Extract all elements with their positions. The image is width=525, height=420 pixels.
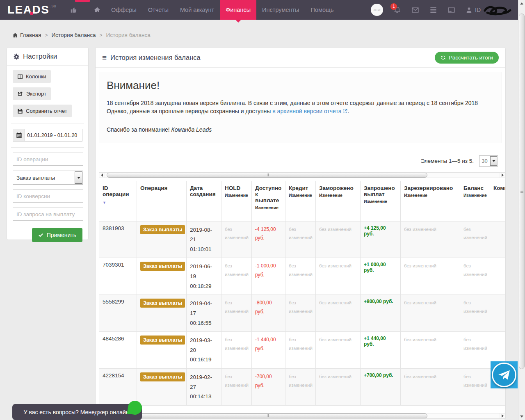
panel-header: ≡ История изменения баланса Рассчитать и… bbox=[96, 48, 505, 68]
column-header-reserved: ЗарезервированоИзменение bbox=[401, 181, 460, 221]
sort-desc-icon: ▼ bbox=[103, 201, 133, 205]
pagination-summary: Элементы 1—5 из 5. bbox=[420, 158, 474, 164]
navbar: LEADS .su +5% Офферы Отчеты Мой аккаунт … bbox=[0, 0, 525, 20]
notice-line2-suffix: . bbox=[347, 108, 349, 114]
conversion-id-input[interactable] bbox=[13, 189, 83, 203]
export-icon bbox=[17, 91, 23, 97]
telegram-widget[interactable] bbox=[491, 361, 518, 388]
columns-button[interactable]: Колонки bbox=[13, 70, 51, 83]
user-id-group[interactable]: ID bbox=[466, 4, 513, 16]
operation-badge: Заказ выплаты bbox=[140, 299, 185, 308]
balance-change-cell: без изменений bbox=[460, 295, 490, 332]
requested-change-cell: +1 000,00 руб. bbox=[361, 258, 401, 295]
comment-cell bbox=[490, 258, 506, 295]
nav-item-offers[interactable]: Офферы bbox=[105, 0, 142, 20]
date-range-group bbox=[13, 129, 82, 142]
breadcrumb-balance-history[interactable]: История баланса bbox=[51, 32, 96, 38]
notice-paragraph: 18 сентября 2018 запущена новая версия б… bbox=[107, 99, 494, 116]
billing-card-icon[interactable] bbox=[447, 6, 455, 14]
redacted-user-id bbox=[483, 4, 513, 16]
scrollbar-thumb[interactable] bbox=[107, 173, 427, 178]
notifications-button[interactable]: 1 bbox=[393, 6, 401, 14]
calculate-totals-button[interactable]: Рассчитать итоги bbox=[435, 52, 499, 64]
page-title: ≡ История изменения баланса bbox=[102, 54, 201, 62]
messages-icon[interactable] bbox=[411, 6, 419, 14]
horizontal-scrollbar-top bbox=[99, 172, 506, 178]
balance-change-cell: без изменений bbox=[460, 332, 490, 369]
scrollbar-thumb[interactable] bbox=[519, 14, 525, 369]
created-date-cell: 2019-08-21 01:10:01 bbox=[187, 221, 221, 258]
apply-button-label: Применить bbox=[47, 232, 76, 238]
notice-signature: Спасибо за понимание! Команда Leads bbox=[107, 126, 494, 133]
balance-change-cell: без изменений bbox=[460, 221, 490, 258]
nav-item-account[interactable]: Мой аккаунт bbox=[174, 0, 220, 20]
nav-item-help[interactable]: Помощь bbox=[305, 0, 340, 20]
vertical-scrollbar bbox=[518, 0, 525, 420]
page-size-value: 30 bbox=[479, 156, 490, 166]
scroll-down-arrow[interactable] bbox=[518, 413, 525, 420]
columns-icon bbox=[17, 74, 23, 80]
frozen-change-cell: без изменений bbox=[316, 221, 361, 258]
breadcrumb-current: История баланса bbox=[106, 32, 151, 38]
chat-widget[interactable]: У вас есть вопросы? Менеджер онлайн! bbox=[12, 404, 142, 420]
credit-change-cell: без изменений bbox=[285, 332, 316, 369]
nav-item-label: Финансы bbox=[226, 7, 251, 13]
available-change-cell: -800,00 руб. bbox=[252, 295, 285, 332]
operation-badge: Заказ выплаты bbox=[140, 262, 185, 271]
leads-logo[interactable]: LEADS .su bbox=[7, 0, 56, 20]
table-row: 5558299Заказ выплаты2019-04-17 00:16:55б… bbox=[99, 295, 506, 332]
nav-item-home[interactable] bbox=[89, 0, 105, 20]
date-range-input[interactable] bbox=[25, 129, 82, 141]
apply-button[interactable]: Применить bbox=[32, 228, 82, 242]
breadcrumb-home[interactable]: Главная bbox=[12, 32, 41, 38]
nav-item-tools[interactable]: Инструменты bbox=[256, 0, 305, 20]
operation-id-input[interactable] bbox=[13, 153, 83, 166]
column-label: Дата создания bbox=[190, 185, 216, 197]
navbar-menu: Офферы Отчеты Мой аккаунт Финансы Инстру… bbox=[89, 0, 339, 20]
scroll-right-arrow[interactable] bbox=[500, 413, 505, 418]
column-sublabel: Изменение bbox=[319, 193, 357, 198]
requested-change-cell: +700,00 руб. bbox=[361, 369, 401, 406]
operation-type-select[interactable]: Заказ выплаты bbox=[13, 171, 83, 185]
breadcrumb: Главная > История баланса > История бала… bbox=[12, 32, 151, 38]
archive-report-link[interactable]: в архивной версии отчета bbox=[272, 107, 347, 115]
export-button[interactable]: Экспорт bbox=[13, 87, 51, 100]
divider bbox=[11, 147, 84, 148]
credit-change-cell: без изменений bbox=[285, 258, 316, 295]
list-icon[interactable] bbox=[429, 6, 437, 14]
navbar-right: 29 x 29 1 ID bbox=[371, 0, 513, 20]
breadcrumb-separator: > bbox=[45, 32, 48, 38]
scroll-up-arrow[interactable] bbox=[518, 0, 525, 7]
nav-item-finance[interactable]: Финансы bbox=[220, 0, 256, 20]
created-date-cell: 2019-06-19 00:18:29 bbox=[187, 258, 221, 295]
column-header-created-date: Дата создания bbox=[187, 181, 221, 221]
page-title-text: История изменения баланса bbox=[110, 54, 201, 62]
scroll-left-arrow[interactable] bbox=[99, 173, 105, 178]
column-sublabel: Изменение bbox=[364, 199, 397, 204]
breadcrumb-label: Главная bbox=[20, 32, 41, 38]
reserved-change-cell: без изменений bbox=[401, 332, 460, 369]
scroll-right-arrow[interactable] bbox=[500, 173, 505, 178]
settings-header: Настройки bbox=[7, 48, 88, 66]
nav-item-reports[interactable]: Отчеты bbox=[142, 0, 174, 20]
operation-badge: Заказ выплаты bbox=[140, 372, 185, 381]
calendar-icon[interactable] bbox=[13, 129, 25, 141]
nav-item-label: Инструменты bbox=[262, 7, 299, 13]
column-label: Баланс bbox=[463, 185, 484, 191]
nav-item-label: Мой аккаунт bbox=[180, 7, 214, 13]
page-size-select[interactable]: 30 bbox=[479, 155, 498, 167]
notice-line1: 18 сентября 2018 запущена новая версия б… bbox=[107, 99, 494, 107]
operation-type-cell: Заказ выплаты bbox=[137, 369, 187, 406]
save-report-button[interactable]: Сохранить отчет bbox=[13, 105, 72, 117]
hold-change-cell: без изменений bbox=[221, 332, 252, 369]
requested-change-cell: +1 440,00 руб. bbox=[361, 332, 401, 369]
frozen-change-cell: без изменений bbox=[316, 258, 361, 295]
payout-request-id-input[interactable] bbox=[13, 208, 83, 221]
column-header-operation-id[interactable]: ID операции ▼ bbox=[99, 181, 137, 221]
hold-change-cell: без изменений bbox=[221, 258, 252, 295]
requested-change-cell: +800,00 руб. bbox=[361, 295, 401, 332]
thanks-text: Спасибо за понимание! bbox=[107, 126, 171, 133]
avatar[interactable]: 29 x 29 bbox=[371, 4, 383, 16]
scrollbar-thumb[interactable] bbox=[107, 413, 427, 418]
operation-id-cell: 7039301 bbox=[99, 258, 137, 295]
